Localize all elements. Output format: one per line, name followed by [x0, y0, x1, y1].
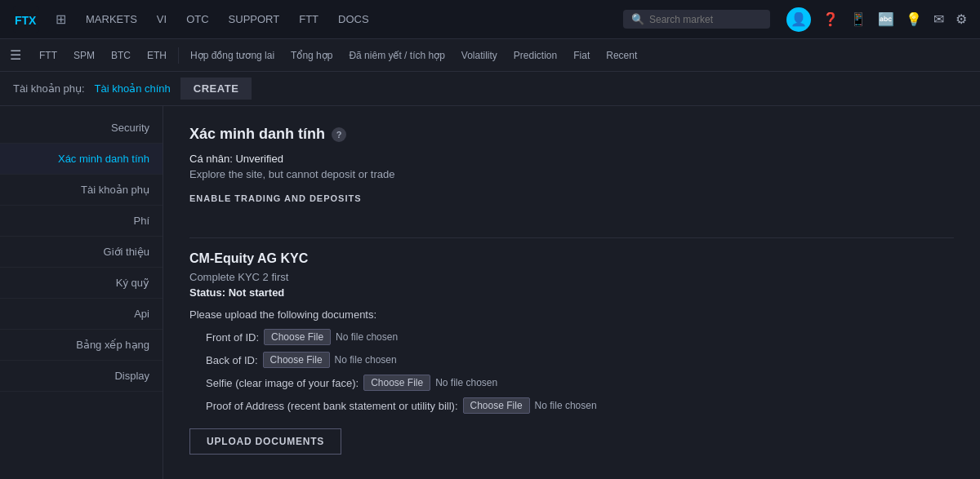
kyc-title: CM-Equity AG KYC	[189, 251, 954, 266]
sec-nav-futures[interactable]: Hợp đồng tương lai	[182, 39, 283, 72]
no-file-0: No file chosen	[336, 331, 398, 343]
nav-vi[interactable]: VI	[154, 10, 170, 29]
explore-line: Explore the site, but cannot deposit or …	[189, 168, 954, 180]
sub-account-bar: Tài khoản phụ: Tài khoản chính CREATE	[0, 72, 980, 106]
secondary-nav: ☰ FTT SPM BTC ETH Hợp đồng tương lai Tổn…	[0, 39, 980, 72]
doc-label-0: Front of ID:	[206, 331, 259, 344]
section-header-area: Xác minh danh tính ?	[189, 126, 954, 143]
help-icon[interactable]: ❓	[822, 11, 839, 27]
section-title: Xác minh danh tính ?	[189, 126, 954, 143]
sec-nav-spm[interactable]: SPM	[65, 39, 103, 72]
section-title-text: Xác minh danh tính	[189, 126, 325, 143]
settings-icon[interactable]: ⚙	[956, 11, 967, 27]
nav-docs[interactable]: DOCS	[335, 10, 372, 29]
upload-prompt: Please upload the following documents:	[189, 308, 954, 321]
sidebar: Security Xác minh danh tính Tài khoản ph…	[0, 106, 163, 479]
nav-support[interactable]: SUPPORT	[225, 10, 283, 29]
top-nav: FTX ⊞ MARKETS VI OTC SUPPORT FTT DOCS 🔍 …	[0, 0, 980, 39]
theme-icon[interactable]: 💡	[906, 11, 922, 27]
list-item: Front of ID: Choose File No file chosen	[206, 329, 954, 345]
list-item: Back of ID: Choose File No file chosen	[206, 352, 954, 368]
main-layout: Security Xác minh danh tính Tài khoản ph…	[0, 106, 980, 479]
nav-ftt[interactable]: FTT	[296, 10, 322, 29]
upload-documents-button[interactable]: UPLOAD DOCUMENTS	[189, 428, 341, 455]
sec-nav-recent[interactable]: Recent	[598, 39, 645, 72]
no-file-1: No file chosen	[335, 354, 397, 366]
svg-text:FTX: FTX	[15, 14, 37, 27]
sidebar-item-ky-quy[interactable]: Ký quỹ	[0, 268, 163, 299]
section-divider	[189, 237, 954, 238]
search-icon: 🔍	[631, 13, 644, 25]
sec-nav-tong-hop[interactable]: Tổng hợp	[283, 39, 341, 72]
sidebar-item-tai-khoan-phu[interactable]: Tài khoản phụ	[0, 175, 163, 206]
sec-nav-eth[interactable]: ETH	[139, 39, 175, 72]
logo[interactable]: FTX	[13, 7, 39, 33]
sec-nav-niem-yet[interactable]: Đã niêm yết / tích hợp	[341, 39, 452, 72]
create-button[interactable]: CREATE	[180, 78, 252, 100]
red-arrow-annotation	[163, 166, 165, 232]
search-bar[interactable]: 🔍	[623, 10, 770, 29]
nav-divider	[178, 47, 179, 64]
sec-nav-items: FTT SPM BTC ETH Hợp đồng tương lai Tổng …	[31, 39, 970, 72]
choose-file-btn-2[interactable]: Choose File	[363, 375, 430, 391]
status-label: Cá nhân:	[189, 153, 233, 165]
kyc-prereq: Complete KYC 2 first	[189, 271, 954, 283]
sec-nav-volatility[interactable]: Volatility	[453, 39, 506, 72]
choose-file-btn-1[interactable]: Choose File	[263, 352, 330, 368]
sidebar-item-security[interactable]: Security	[0, 113, 163, 144]
nav-icons: 👤 ❓ 📱 🔤 💡 ✉ ⚙	[786, 7, 967, 32]
sub-account-label: Tài khoản phụ:	[13, 82, 85, 95]
choose-file-btn-3[interactable]: Choose File	[463, 397, 530, 414]
sidebar-item-phi[interactable]: Phí	[0, 206, 163, 237]
nav-links: MARKETS VI OTC SUPPORT FTT DOCS	[82, 10, 607, 29]
sec-nav-prediction[interactable]: Prediction	[506, 39, 565, 72]
sidebar-item-gioi-thieu[interactable]: Giới thiệu	[0, 237, 163, 268]
mail-icon[interactable]: ✉	[933, 11, 944, 27]
sec-nav-fiat[interactable]: Fiat	[565, 39, 598, 72]
status-value: Unverified	[235, 153, 283, 165]
sidebar-item-xac-minh[interactable]: Xác minh danh tính	[0, 144, 163, 175]
document-list: Front of ID: Choose File No file chosen …	[189, 329, 954, 414]
kyc-status-label: Status:	[189, 286, 225, 299]
help-circle-icon[interactable]: ?	[332, 127, 346, 142]
doc-label-2: Selfie (clear image of your face):	[206, 377, 359, 389]
nav-markets[interactable]: MARKETS	[82, 10, 140, 29]
mobile-icon[interactable]: 📱	[850, 11, 866, 27]
avatar[interactable]: 👤	[786, 7, 811, 32]
doc-label-1: Back of ID:	[206, 354, 258, 366]
status-line: Cá nhân: Unverified	[189, 153, 954, 165]
list-item: Proof of Address (recent bank statement …	[206, 397, 954, 414]
sidebar-item-api[interactable]: Api	[0, 299, 163, 330]
no-file-3: No file chosen	[535, 400, 597, 411]
sec-nav-btc[interactable]: BTC	[103, 39, 139, 72]
translate-icon[interactable]: 🔤	[878, 11, 894, 27]
enable-trading-link[interactable]: ENABLE TRADING AND DEPOSITS	[189, 193, 362, 205]
main-content: Xác minh danh tính ? Cá nhân: Unverified…	[163, 106, 980, 479]
sec-nav-ftt[interactable]: FTT	[31, 39, 65, 72]
list-item: Selfie (clear image of your face): Choos…	[206, 375, 954, 391]
sub-account-active[interactable]: Tài khoản chính	[95, 82, 171, 95]
nav-otc[interactable]: OTC	[183, 10, 212, 29]
no-file-2: No file chosen	[435, 377, 497, 388]
kyc-status: Status: Not started	[189, 286, 954, 299]
sidebar-item-display[interactable]: Display	[0, 361, 163, 392]
hamburger-icon[interactable]: ☰	[10, 47, 21, 63]
kyc-status-value: Not started	[229, 286, 285, 299]
grid-icon[interactable]: ⊞	[56, 11, 66, 27]
sidebar-item-bang-xep-hang[interactable]: Bảng xếp hạng	[0, 330, 163, 361]
doc-label-3: Proof of Address (recent bank statement …	[206, 400, 458, 412]
choose-file-btn-0[interactable]: Choose File	[264, 329, 331, 345]
search-input[interactable]	[649, 14, 764, 25]
